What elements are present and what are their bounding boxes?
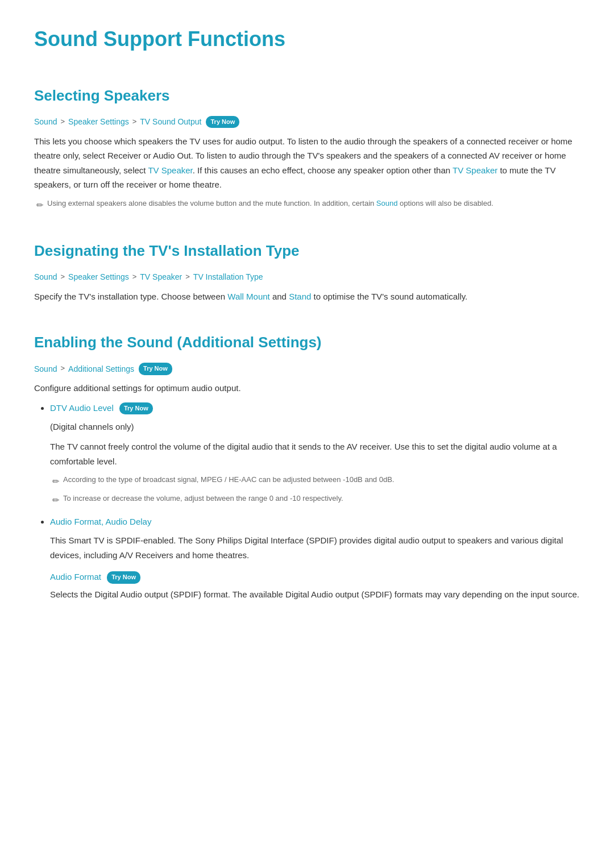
breadcrumb-link-additional-settings[interactable]: Additional Settings — [68, 363, 134, 375]
try-now-badge-enabling-sound[interactable]: Try Now — [139, 363, 172, 375]
note-icon-dtv-1: ✏ — [52, 475, 60, 488]
section-title-designating-installation: Designating the TV's Installation Type — [34, 239, 580, 263]
section-title-selecting-speakers: Selecting Speakers — [34, 84, 580, 108]
highlight-stand: Stand — [289, 292, 311, 301]
dtv-audio-sub-label: (Digital channels only) — [50, 420, 580, 434]
additional-settings-list: DTV Audio Level Try Now (Digital channel… — [34, 401, 580, 602]
body-text-selecting-speakers: This lets you choose which speakers the … — [34, 134, 580, 192]
breadcrumb-sep-2: > — [132, 116, 137, 128]
note-icon-1: ✏ — [36, 198, 44, 212]
breadcrumb-sep-6: > — [60, 363, 65, 375]
bullet-title-dtv-audio: DTV Audio Level — [50, 403, 114, 413]
breadcrumb-link-sound-2[interactable]: Sound — [34, 271, 57, 283]
breadcrumb-sep-5: > — [185, 271, 190, 283]
breadcrumb-selecting-speakers: Sound > Speaker Settings > TV Sound Outp… — [34, 115, 580, 128]
breadcrumb-sep-1: > — [60, 116, 65, 128]
sub-section-audio-format-title: Audio Format Try Now — [50, 570, 580, 584]
try-now-badge-selecting-speakers[interactable]: Try Now — [206, 116, 239, 128]
breadcrumb-link-tv-installation-type[interactable]: TV Installation Type — [193, 271, 263, 283]
section-selecting-speakers: Selecting Speakers Sound > Speaker Setti… — [34, 84, 580, 212]
highlight-tv-speaker-2: TV Speaker — [453, 165, 497, 175]
bullet-title-audio-format-delay: Audio Format, Audio Delay — [50, 517, 151, 526]
breadcrumb-link-tv-speaker[interactable]: TV Speaker — [140, 271, 182, 283]
page-title: Sound Support Functions — [34, 23, 580, 61]
note-dtv-volume: ✏ To increase or decrease the volume, ad… — [52, 493, 580, 507]
breadcrumb-sep-4: > — [132, 271, 137, 283]
try-now-badge-audio-format[interactable]: Try Now — [107, 571, 140, 584]
note-external-speakers: ✏ Using external speakers alone disables… — [36, 198, 580, 212]
section-title-enabling-sound: Enabling the Sound (Additional Settings) — [34, 331, 580, 355]
breadcrumb-sep-3: > — [60, 271, 65, 283]
breadcrumb-link-tv-sound-output[interactable]: TV Sound Output — [140, 115, 201, 128]
audio-format-link[interactable]: Audio Format — [50, 572, 101, 582]
highlight-sound-1: Sound — [376, 199, 398, 207]
section-enabling-sound: Enabling the Sound (Additional Settings)… — [34, 331, 580, 601]
dtv-audio-sub-item: (Digital channels only) The TV cannot fr… — [50, 420, 580, 508]
breadcrumb-link-speaker-settings-2[interactable]: Speaker Settings — [68, 271, 129, 283]
section-designating-installation: Designating the TV's Installation Type S… — [34, 239, 580, 304]
note-text-dtv-mpeg: According to the type of broadcast signa… — [63, 474, 394, 485]
breadcrumb-link-speaker-settings-1[interactable]: Speaker Settings — [68, 115, 129, 128]
audio-format-delay-sub-item: This Smart TV is SPDIF-enabled. The Sony… — [50, 533, 580, 602]
note-text-external-speakers: Using external speakers alone disables t… — [47, 198, 493, 209]
try-now-badge-dtv-audio[interactable]: Try Now — [119, 402, 153, 415]
breadcrumb-designating-installation: Sound > Speaker Settings > TV Speaker > … — [34, 271, 580, 283]
breadcrumb-enabling-sound: Sound > Additional Settings Try Now — [34, 363, 580, 375]
breadcrumb-link-sound-1[interactable]: Sound — [34, 115, 57, 128]
note-dtv-mpeg: ✏ According to the type of broadcast sig… — [52, 474, 580, 488]
body-text-enabling-sound-intro: Configure additional settings for optimu… — [34, 381, 580, 396]
highlight-tv-speaker-1: TV Speaker — [148, 165, 192, 175]
audio-format-delay-body: This Smart TV is SPDIF-enabled. The Sony… — [50, 533, 580, 562]
breadcrumb-link-sound-3[interactable]: Sound — [34, 363, 57, 375]
list-item-audio-format-delay: Audio Format, Audio Delay This Smart TV … — [50, 515, 580, 602]
body-text-designating-installation: Specify the TV's installation type. Choo… — [34, 289, 580, 304]
dtv-audio-body: The TV cannot freely control the volume … — [50, 439, 580, 468]
note-text-dtv-volume: To increase or decrease the volume, adju… — [63, 493, 343, 504]
highlight-wall-mount: Wall Mount — [227, 292, 269, 301]
audio-format-body: Selects the Digital Audio output (SPDIF)… — [50, 587, 580, 602]
note-icon-dtv-2: ✏ — [52, 493, 60, 507]
list-item-dtv-audio: DTV Audio Level Try Now (Digital channel… — [50, 401, 580, 508]
